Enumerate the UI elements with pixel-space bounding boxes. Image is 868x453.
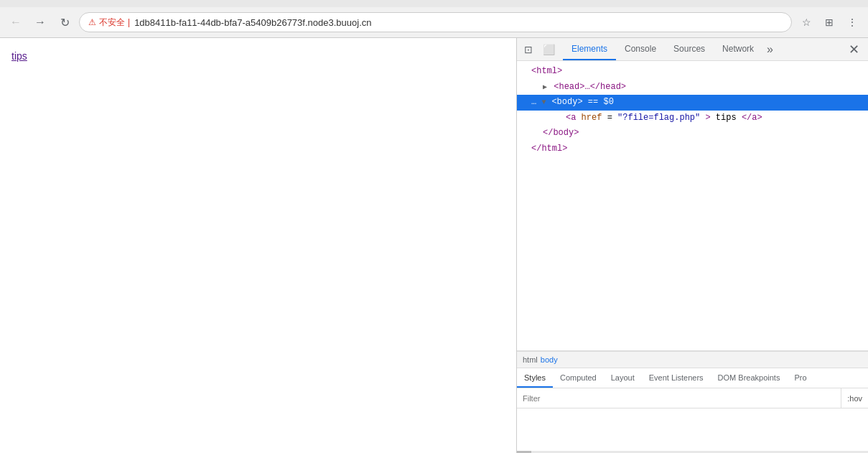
filter-bar: :hov (517, 388, 868, 408)
body-selector: == $0 (588, 97, 614, 107)
tree-line-anchor[interactable]: <a href = "?file=flag.php" > tips </a> (517, 111, 868, 126)
body-close-tag: </body> (543, 128, 579, 138)
tab-layout[interactable]: Layout (604, 368, 642, 388)
tab-styles[interactable]: Styles (517, 368, 553, 388)
tree-line-body-close[interactable]: </body> (517, 126, 868, 141)
address-bar[interactable]: ⚠ 不安全 | 1db8411b-fa11-44db-bfa7-a5409b26… (79, 12, 792, 32)
select-icon: ⊡ (524, 44, 533, 55)
url-text: 1db8411b-fa11-44db-bfa7-a5409b26773f.nod… (134, 17, 371, 28)
tree-line-html[interactable]: <html> (517, 64, 868, 80)
breadcrumb-body[interactable]: body (541, 355, 558, 364)
tab-dom-breakpoints[interactable]: DOM Breakpoints (711, 368, 788, 388)
hov-button[interactable]: :hov (841, 388, 868, 408)
tree-line-head[interactable]: ▶ <head>…</head> (517, 80, 868, 95)
elements-panel: <html> ▶ <head>…</head> … ▼ <body> == $0… (517, 61, 868, 351)
tab-computed[interactable]: Computed (553, 368, 604, 388)
devtools-toolbar: ⊡ ⬜ Elements Console Sources Network (517, 38, 868, 61)
security-badge: ⚠ 不安全 | (88, 17, 130, 29)
security-text: 不安全 (99, 17, 125, 29)
page-content: tips (0, 38, 516, 453)
bookmark-button[interactable]: ☆ (796, 12, 816, 32)
head-tag: <head>…</head> (554, 82, 626, 92)
ellipsis: … (531, 97, 541, 107)
tab-console[interactable]: Console (616, 38, 665, 60)
href-attr-name: href (582, 113, 602, 123)
attr-equals: = (607, 113, 612, 123)
styles-panel: Styles Computed Layout Event Listeners D… (517, 368, 868, 451)
forward-button[interactable]: → (30, 12, 50, 32)
devtools-tabs: Elements Console Sources Network » (563, 38, 778, 60)
filter-input[interactable] (517, 394, 841, 403)
tab-elements[interactable]: Elements (563, 38, 616, 60)
tab-network[interactable]: Network (714, 38, 762, 60)
tab-properties[interactable]: Pro (787, 368, 813, 388)
breadcrumb-bar: html body (517, 351, 868, 368)
security-icon: ⚠ (88, 17, 96, 27)
back-button[interactable]: ← (6, 12, 26, 32)
a-close-tag: </a> (742, 113, 762, 123)
tab-sources[interactable]: Sources (665, 38, 714, 60)
more-button[interactable]: ⋮ (842, 12, 862, 32)
expand-head-arrow: ▶ (543, 83, 547, 91)
href-attr-value: "?file=flag.php" (617, 113, 700, 123)
device-toggle-button[interactable]: ⬜ (540, 41, 557, 58)
html-open-tag: <html> (531, 66, 562, 76)
tree-line-body[interactable]: … ▼ <body> == $0 (517, 95, 868, 111)
a-text-content: tips (716, 113, 737, 123)
devtools-panel: ⊡ ⬜ Elements Console Sources Network (516, 38, 868, 453)
devtools-more-tabs[interactable]: » (762, 43, 778, 56)
expand-body-arrow: ▼ (541, 98, 550, 106)
separator: | (128, 17, 130, 27)
refresh-button[interactable]: ↻ (55, 12, 75, 32)
select-element-button[interactable]: ⊡ (520, 41, 537, 58)
tree-line-html-close[interactable]: </html> (517, 141, 868, 157)
breadcrumb-html[interactable]: html (523, 355, 538, 364)
a-open-tag: <a (566, 113, 582, 123)
styles-tabs: Styles Computed Layout Event Listeners D… (517, 368, 868, 388)
extensions-button[interactable]: ⊞ (819, 12, 839, 32)
body-open-tag: <body> (551, 97, 582, 107)
html-tree: <html> ▶ <head>…</head> … ▼ <body> == $0… (517, 61, 868, 160)
html-close-tag: </html> (531, 144, 567, 154)
a-close-bracket: > (705, 113, 710, 123)
devtools-close-button[interactable]: ✕ (843, 42, 865, 57)
device-icon: ⬜ (543, 44, 555, 55)
tips-link[interactable]: tips (11, 50, 27, 62)
tab-event-listeners[interactable]: Event Listeners (642, 368, 711, 388)
